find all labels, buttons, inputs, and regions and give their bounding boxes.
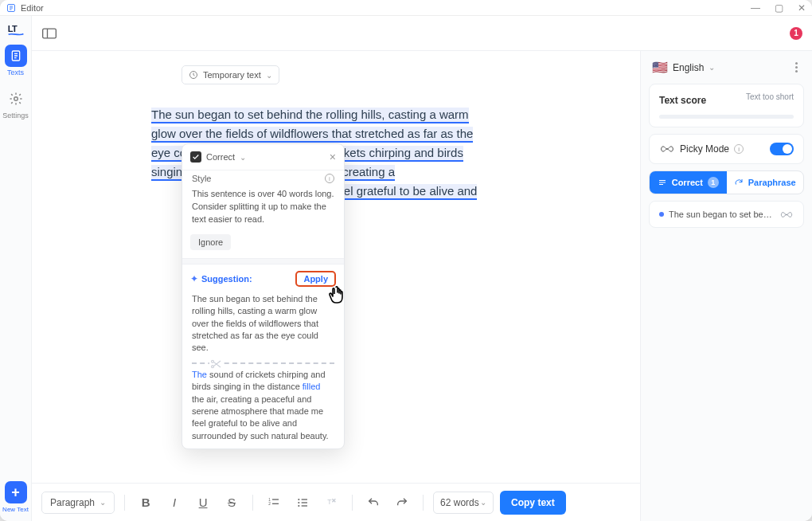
top-bar: 1 bbox=[32, 16, 812, 51]
window-titlebar: Editor — ▢ ✕ bbox=[0, 0, 812, 16]
svg-point-15 bbox=[298, 504, 299, 506]
svg-text:2: 2 bbox=[268, 502, 271, 506]
settings-nav-button[interactable] bbox=[5, 88, 27, 110]
chevron-down-icon[interactable]: ⌄ bbox=[709, 63, 715, 72]
tab-correct-count: 1 bbox=[708, 177, 719, 188]
refresh-icon bbox=[734, 178, 744, 187]
issue-preview-text: The sun began to set behind the roll… bbox=[669, 210, 775, 219]
correction-popup: Correct ⌄ × Style i This sentence is ove… bbox=[182, 143, 345, 449]
suggestion-label: Suggestion: bbox=[201, 274, 252, 284]
window-maximize-button[interactable]: ▢ bbox=[775, 2, 783, 14]
lt-logo: LT bbox=[7, 22, 25, 37]
undo-button[interactable] bbox=[362, 492, 385, 514]
more-menu-button[interactable] bbox=[792, 59, 801, 76]
format-select-label: Paragraph bbox=[50, 497, 95, 508]
clear-format-button[interactable]: T bbox=[320, 492, 342, 514]
chevron-down-icon: ⌄ bbox=[100, 498, 106, 507]
svg-point-3 bbox=[14, 97, 18, 101]
clock-icon bbox=[189, 70, 198, 80]
tab-correct[interactable]: Correct 1 bbox=[650, 171, 727, 194]
app-title: Editor bbox=[21, 3, 44, 13]
info-icon[interactable]: i bbox=[325, 174, 334, 183]
svg-point-8 bbox=[212, 366, 214, 368]
lines-icon bbox=[658, 178, 667, 187]
word-count[interactable]: 62 words ⌄ bbox=[433, 492, 494, 514]
split-indicator bbox=[192, 362, 334, 364]
popup-close-button[interactable]: × bbox=[330, 151, 336, 163]
format-select[interactable]: Paragraph ⌄ bbox=[41, 492, 115, 514]
sparkle-icon: ✦ bbox=[190, 273, 198, 284]
redo-icon bbox=[396, 496, 408, 509]
picky-mode-toggle[interactable] bbox=[770, 143, 794, 155]
info-icon[interactable]: i bbox=[734, 144, 744, 154]
window-minimize-button[interactable]: — bbox=[751, 2, 760, 14]
popup-type-icon bbox=[190, 151, 201, 163]
ignore-button[interactable]: Ignore bbox=[190, 234, 231, 250]
title-chip-label: Temporary text bbox=[203, 70, 261, 80]
suggestion-paragraph-1: The sun began to set behind the rolling … bbox=[182, 290, 344, 361]
gear-icon bbox=[9, 92, 23, 106]
score-title: Text score bbox=[659, 95, 706, 106]
settings-nav-label: Settings bbox=[2, 112, 29, 119]
plus-icon: + bbox=[11, 484, 20, 501]
score-bar bbox=[659, 115, 794, 119]
window-close-button[interactable]: ✕ bbox=[798, 2, 806, 14]
texts-nav-label: Texts bbox=[7, 69, 24, 76]
picky-mode-label: Picky Mode bbox=[680, 143, 729, 155]
copy-text-button[interactable]: Copy text bbox=[500, 491, 566, 515]
unordered-list-button[interactable] bbox=[291, 492, 314, 514]
new-text-label: New Text bbox=[2, 506, 29, 513]
word-count-label: 62 words bbox=[440, 497, 479, 508]
tab-paraphrase[interactable]: Paraphrase bbox=[727, 171, 804, 194]
clear-format-icon: T bbox=[325, 496, 338, 509]
ordered-list-button[interactable]: 12 bbox=[263, 492, 285, 514]
document-icon bbox=[10, 49, 22, 62]
language-select[interactable]: English bbox=[673, 62, 704, 73]
bottom-toolbar: Paragraph ⌄ B I U S 12 T bbox=[32, 483, 640, 521]
chevron-down-icon: ⌄ bbox=[480, 498, 486, 507]
underline-button[interactable]: U bbox=[192, 492, 214, 514]
picky-mode-row: Picky Mode i bbox=[649, 134, 804, 164]
flag-icon: 🇺🇸 bbox=[652, 61, 668, 74]
left-nav: LT Texts Settings + New Text bbox=[0, 16, 32, 521]
tab-correct-label: Correct bbox=[672, 178, 703, 187]
infinity-icon bbox=[779, 211, 794, 218]
text-score-card: Text score Text too short bbox=[649, 84, 804, 127]
svg-point-7 bbox=[212, 360, 214, 362]
issue-list-item[interactable]: The sun began to set behind the roll… bbox=[649, 201, 804, 228]
editor-area[interactable]: Temporary text ⌄ The sun began to set be… bbox=[32, 51, 640, 483]
popup-type-label: Correct bbox=[206, 152, 235, 162]
title-chip[interactable]: Temporary text ⌄ bbox=[182, 65, 279, 84]
new-text-button[interactable]: + bbox=[5, 481, 27, 503]
svg-text:LT: LT bbox=[7, 24, 17, 33]
unordered-list-icon bbox=[296, 496, 309, 509]
svg-rect-4 bbox=[43, 29, 57, 38]
chevron-down-icon: ⌄ bbox=[266, 71, 272, 80]
svg-text:T: T bbox=[327, 498, 332, 506]
texts-nav-button[interactable] bbox=[5, 45, 27, 67]
svg-point-14 bbox=[298, 501, 299, 503]
redo-button[interactable] bbox=[391, 492, 413, 514]
undo-icon bbox=[367, 496, 380, 509]
scissors-icon bbox=[209, 358, 222, 370]
right-panel: 🇺🇸 English ⌄ Text score Text too short P… bbox=[640, 51, 812, 521]
apply-button[interactable]: Apply bbox=[295, 271, 336, 287]
popup-description: This sentence is over 40 words long. Con… bbox=[182, 183, 344, 234]
strikethrough-button[interactable]: S bbox=[221, 492, 243, 514]
tab-paraphrase-label: Paraphrase bbox=[748, 178, 796, 187]
svg-text:1: 1 bbox=[268, 498, 271, 502]
mode-tabs: Correct 1 Paraphrase bbox=[649, 170, 804, 194]
app-icon bbox=[6, 3, 16, 13]
sidebar-toggle-icon[interactable] bbox=[41, 26, 57, 41]
ordered-list-icon: 12 bbox=[267, 496, 280, 509]
bold-button[interactable]: B bbox=[135, 492, 157, 514]
issue-dot-icon bbox=[659, 212, 664, 217]
italic-button[interactable]: I bbox=[163, 492, 185, 514]
chevron-down-icon[interactable]: ⌄ bbox=[240, 153, 246, 162]
notification-badge[interactable]: 1 bbox=[790, 27, 802, 40]
svg-point-13 bbox=[298, 498, 299, 499]
infinity-icon bbox=[659, 145, 675, 153]
popup-style-label: Style bbox=[192, 174, 211, 183]
score-hint: Text too short bbox=[746, 92, 794, 101]
suggestion-paragraph-2: The sound of crickets chirping and birds… bbox=[182, 366, 344, 449]
